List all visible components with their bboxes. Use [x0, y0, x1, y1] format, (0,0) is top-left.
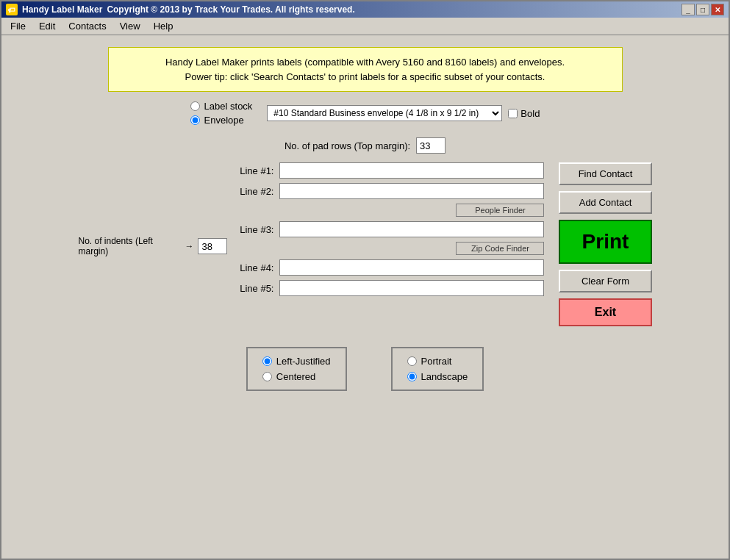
bold-option: Bold	[508, 108, 540, 119]
people-finder-button[interactable]: People Finder	[456, 204, 544, 217]
find-contact-button[interactable]: Find Contact	[559, 162, 651, 185]
left-justified-option[interactable]: Left-Justified	[262, 356, 331, 367]
action-buttons: Find Contact Add Contact Print Clear For…	[559, 162, 651, 326]
justify-group: Left-Justified Centered	[246, 347, 347, 391]
content-area: Handy Label Maker prints labels (compati…	[1, 35, 729, 559]
portrait-option[interactable]: Portrait	[407, 356, 468, 367]
envelope-options: #10 Standard Business envelope (4 1/8 in…	[267, 105, 540, 121]
title-bar: 🏷 Handy Label Maker Copyright © 2013 by …	[1, 1, 729, 18]
label-stock-option[interactable]: Label stock	[190, 101, 253, 112]
banner-line1: Handy Label Maker prints labels (compati…	[124, 55, 607, 70]
orient-group: Portrait Landscape	[391, 347, 484, 391]
label-stock-radio[interactable]	[190, 101, 200, 111]
line4-input[interactable]	[279, 259, 544, 276]
middle-section: No. of indents (Left margin) → Line #1: …	[79, 162, 652, 326]
line2-row: Line #2:	[233, 183, 544, 199]
exit-button[interactable]: Exit	[559, 298, 651, 326]
line5-input[interactable]	[279, 280, 544, 296]
close-button[interactable]: ✕	[711, 4, 724, 15]
arrow-icon: →	[185, 241, 193, 251]
menu-view[interactable]: View	[114, 19, 146, 33]
landscape-label: Landscape	[421, 371, 468, 382]
left-justified-radio[interactable]	[262, 356, 272, 366]
bottom-options: Left-Justified Centered Portrait Landsca…	[246, 347, 484, 391]
envelope-option[interactable]: Envelope	[190, 115, 253, 126]
menu-contacts[interactable]: Contacts	[62, 19, 112, 33]
add-contact-button[interactable]: Add Contact	[559, 191, 651, 214]
envelope-size-select[interactable]: #10 Standard Business envelope (4 1/8 in…	[267, 105, 502, 121]
line5-row: Line #5:	[233, 280, 544, 296]
centered-radio[interactable]	[262, 372, 272, 381]
line1-row: Line #1:	[233, 162, 544, 179]
stock-row: Label stock Envelope #10 Standard Busine…	[190, 101, 540, 126]
app-title: Handy Label Maker	[22, 4, 102, 15]
main-window: 🏷 Handy Label Maker Copyright © 2013 by …	[0, 0, 730, 560]
left-margin-section: No. of indents (Left margin) →	[79, 236, 228, 256]
zip-code-finder-button[interactable]: Zip Code Finder	[456, 242, 544, 255]
landscape-radio[interactable]	[407, 372, 417, 381]
print-button[interactable]: Print	[559, 220, 651, 264]
line3-input[interactable]	[279, 221, 544, 237]
line4-label: Line #4:	[233, 262, 273, 273]
info-banner: Handy Label Maker prints labels (compati…	[108, 47, 623, 92]
pad-rows-label: No. of pad rows (Top margin):	[285, 140, 410, 151]
app-copyright: Copyright © 2013 by Track Your Trades. A…	[107, 4, 354, 15]
centered-option[interactable]: Centered	[262, 371, 331, 382]
line3-label: Line #3:	[233, 224, 273, 235]
envelope-radio[interactable]	[190, 115, 200, 125]
banner-line2: Power tip: click 'Search Contacts' to pr…	[124, 70, 607, 85]
bold-label: Bold	[520, 108, 540, 119]
line1-input[interactable]	[279, 162, 544, 179]
bold-checkbox[interactable]	[508, 109, 518, 118]
title-bar-buttons: _ □ ✕	[681, 4, 724, 15]
maximize-button[interactable]: □	[696, 4, 709, 15]
pad-row: No. of pad rows (Top margin):	[285, 137, 445, 154]
menu-help[interactable]: Help	[148, 19, 179, 33]
line4-row: Line #4:	[233, 259, 544, 276]
indent-input[interactable]	[198, 238, 227, 254]
portrait-radio[interactable]	[407, 356, 417, 366]
clear-form-button[interactable]: Clear Form	[559, 270, 651, 292]
menu-file[interactable]: File	[4, 19, 32, 33]
stock-radio-group: Label stock Envelope	[190, 101, 253, 126]
minimize-button[interactable]: _	[681, 4, 695, 15]
envelope-text: Envelope	[204, 115, 244, 126]
menu-bar: File Edit Contacts View Help	[1, 18, 729, 35]
portrait-label: Portrait	[421, 356, 452, 367]
landscape-option[interactable]: Landscape	[407, 371, 468, 382]
line3-row: Line #3:	[233, 221, 544, 237]
line1-label: Line #1:	[233, 165, 273, 176]
indent-label: No. of indents (Left margin)	[79, 236, 181, 256]
menu-edit[interactable]: Edit	[33, 19, 61, 33]
pad-rows-input[interactable]	[416, 137, 445, 154]
lines-section: Line #1: Line #2: People Finder Line #3:…	[233, 162, 544, 296]
line5-label: Line #5:	[233, 283, 273, 294]
app-icon: 🏷	[6, 4, 18, 15]
line2-input[interactable]	[279, 183, 544, 199]
centered-label: Centered	[276, 371, 315, 382]
label-stock-text: Label stock	[204, 101, 253, 112]
title-bar-left: 🏷 Handy Label Maker Copyright © 2013 by …	[6, 4, 355, 15]
line2-label: Line #2:	[233, 186, 273, 197]
left-justified-label: Left-Justified	[276, 356, 331, 367]
